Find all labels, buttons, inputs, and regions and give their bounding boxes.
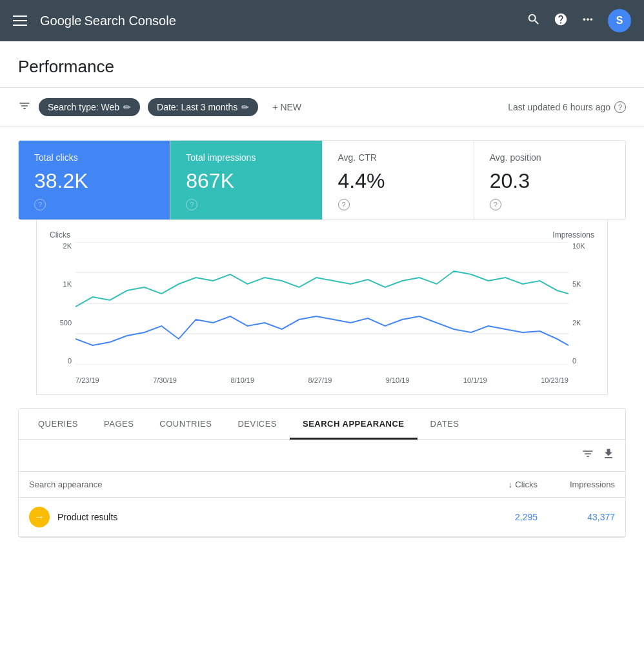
search-icon[interactable] bbox=[527, 12, 541, 30]
total-impressions-value: 867K bbox=[186, 169, 306, 193]
filter-rows-icon[interactable] bbox=[581, 447, 594, 463]
metrics-section: Total clicks 38.2K ? Total impressions 8… bbox=[0, 127, 644, 395]
avg-ctr-label: Avg. CTR bbox=[338, 152, 458, 163]
y-right-0: 0 bbox=[572, 357, 576, 365]
chart-area: Clicks Impressions 2K 1K 500 0 10K 5K 2K… bbox=[36, 220, 608, 395]
row-impressions: 43,377 bbox=[538, 512, 615, 522]
filter-bar: Search type: Web ✏ Date: Last 3 months ✏… bbox=[0, 88, 644, 127]
date-chip[interactable]: Date: Last 3 months ✏ bbox=[148, 98, 258, 116]
help-icon[interactable] bbox=[554, 12, 568, 30]
search-type-chip[interactable]: Search type: Web ✏ bbox=[39, 98, 140, 116]
x-label-4: 8/27/19 bbox=[308, 376, 332, 384]
y-left-500: 500 bbox=[60, 319, 72, 327]
sort-arrow-icon: ↓ bbox=[508, 480, 513, 489]
y-right-5k: 5K bbox=[572, 280, 581, 288]
metric-avg-ctr[interactable]: Avg. CTR 4.4% ? bbox=[323, 141, 474, 219]
x-axis-labels: 7/23/19 7/30/19 8/10/19 8/27/19 9/10/19 … bbox=[75, 376, 569, 384]
metric-avg-position[interactable]: Avg. position 20.3 ? bbox=[474, 141, 625, 219]
chart-container: 2K 1K 500 0 10K 5K 2K 0 bbox=[50, 242, 594, 384]
last-updated-text: Last updated 6 hours ago bbox=[508, 102, 610, 112]
logo: Google Search Console bbox=[40, 14, 176, 28]
metrics-cards: Total clicks 38.2K ? Total impressions 8… bbox=[18, 140, 626, 220]
y-left-2k: 2K bbox=[63, 242, 72, 250]
chart-svg-wrapper bbox=[75, 242, 569, 365]
col-impressions-header[interactable]: Impressions bbox=[538, 480, 615, 489]
x-label-7: 10/23/19 bbox=[541, 376, 569, 384]
clicks-col-label: Clicks bbox=[515, 480, 538, 489]
metric-total-impressions[interactable]: Total impressions 867K ? bbox=[170, 141, 322, 219]
date-edit-icon: ✏ bbox=[241, 102, 249, 112]
x-label-2: 7/30/19 bbox=[153, 376, 177, 384]
logo-search-console: Search Console bbox=[85, 14, 176, 28]
avg-position-value: 20.3 bbox=[490, 169, 610, 193]
last-updated: Last updated 6 hours ago ? bbox=[508, 101, 626, 113]
tab-pages[interactable]: PAGES bbox=[91, 409, 146, 439]
table-header: Search appearance ↓ Clicks Impressions bbox=[19, 472, 625, 498]
chart-top-labels: Clicks Impressions bbox=[50, 230, 594, 239]
avg-position-label: Avg. position bbox=[490, 152, 610, 163]
apps-icon[interactable] bbox=[581, 12, 595, 30]
tab-devices[interactable]: DEVICES bbox=[225, 409, 290, 439]
tabs-section: QUERIES PAGES COUNTRIES DEVICES SEARCH A… bbox=[18, 408, 626, 538]
x-label-5: 9/10/19 bbox=[386, 376, 410, 384]
tab-search-appearance[interactable]: SEARCH APPEARANCE bbox=[290, 409, 418, 439]
metric-total-clicks[interactable]: Total clicks 38.2K ? bbox=[19, 141, 170, 219]
avg-ctr-help[interactable]: ? bbox=[338, 198, 458, 210]
y-right-2k: 2K bbox=[572, 319, 581, 327]
table-row: → Product results 2,295 43,377 bbox=[19, 498, 625, 537]
page-title: Performance bbox=[0, 41, 644, 88]
main-content: Performance Search type: Web ✏ Date: Las… bbox=[0, 41, 644, 661]
row-clicks: 2,295 bbox=[460, 512, 538, 522]
chart-right-label: Impressions bbox=[552, 230, 594, 239]
y-axis-left: 2K 1K 500 0 bbox=[50, 242, 75, 365]
tab-countries[interactable]: COUNTRIES bbox=[146, 409, 225, 439]
x-label-6: 10/1/19 bbox=[463, 376, 487, 384]
total-impressions-help[interactable]: ? bbox=[186, 198, 306, 210]
date-label: Date: Last 3 months bbox=[157, 102, 237, 112]
y-right-10k: 10K bbox=[572, 242, 585, 250]
total-clicks-value: 38.2K bbox=[34, 169, 154, 193]
avg-ctr-value: 4.4% bbox=[338, 169, 458, 193]
header-left: Google Search Console bbox=[13, 14, 176, 28]
last-updated-help-icon[interactable]: ? bbox=[614, 101, 626, 113]
new-filter-button[interactable]: + NEW bbox=[266, 98, 308, 116]
new-filter-label: + NEW bbox=[272, 102, 301, 112]
y-axis-right: 10K 5K 2K 0 bbox=[569, 242, 594, 365]
product-results-icon: → bbox=[29, 507, 50, 527]
chart-svg bbox=[75, 242, 569, 365]
avg-position-help[interactable]: ? bbox=[490, 198, 610, 210]
col-clicks-header[interactable]: ↓ Clicks bbox=[460, 480, 538, 489]
download-icon[interactable] bbox=[602, 447, 615, 463]
search-type-edit-icon: ✏ bbox=[123, 102, 131, 112]
tab-dates[interactable]: DATES bbox=[418, 409, 472, 439]
tab-queries[interactable]: QUERIES bbox=[25, 409, 91, 439]
table-toolbar bbox=[19, 440, 625, 472]
header: Google Search Console S bbox=[0, 0, 644, 41]
total-impressions-label: Total impressions bbox=[186, 152, 306, 163]
chart-left-label: Clicks bbox=[50, 230, 70, 239]
x-label-1: 7/23/19 bbox=[75, 376, 99, 384]
hamburger-menu[interactable] bbox=[13, 15, 27, 26]
header-right: S bbox=[527, 9, 631, 32]
total-clicks-help[interactable]: ? bbox=[34, 198, 154, 210]
x-label-3: 8/10/19 bbox=[230, 376, 254, 384]
row-label: Product results bbox=[57, 512, 460, 522]
y-left-1k: 1K bbox=[63, 280, 72, 288]
avatar[interactable]: S bbox=[608, 9, 631, 32]
filter-icon[interactable] bbox=[18, 99, 31, 116]
logo-google: Google bbox=[40, 14, 82, 28]
tabs-bar: QUERIES PAGES COUNTRIES DEVICES SEARCH A… bbox=[19, 409, 625, 440]
search-type-label: Search type: Web bbox=[48, 102, 119, 112]
col-label-header: Search appearance bbox=[29, 480, 460, 489]
y-left-0: 0 bbox=[68, 357, 72, 365]
total-clicks-label: Total clicks bbox=[34, 152, 154, 163]
